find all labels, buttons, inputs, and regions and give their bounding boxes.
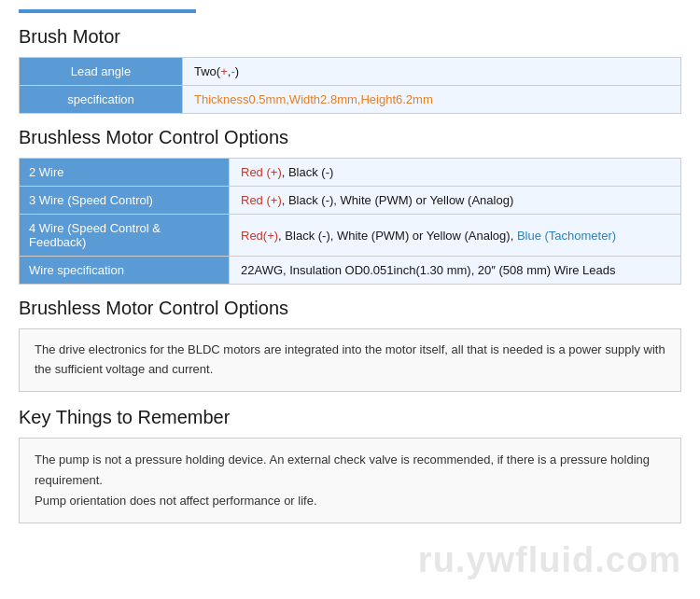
4wire-sep3: , bbox=[511, 229, 517, 243]
brushless-description-box: The drive electronics for the BLDC motor… bbox=[19, 328, 681, 392]
value-wire-spec: 22AWG, Insulation OD0.051inch(1.30 mm), … bbox=[230, 257, 681, 285]
key-things-box: The pump is not a pressure holding devic… bbox=[19, 438, 681, 523]
4wire-sep2: , bbox=[330, 229, 337, 243]
label-4wire: 4 Wire (Speed Control & Feedback) bbox=[20, 215, 230, 257]
wire-spec-text: 22AWG, Insulation OD0.051inch(1.30 mm), … bbox=[241, 263, 616, 277]
2wire-sep: , bbox=[282, 165, 288, 179]
2wire-black: Black (-) bbox=[288, 165, 333, 179]
brushless-options-table-1: 2 Wire Red (+), Black (-) 3 Wire (Speed … bbox=[19, 158, 681, 285]
label-2wire: 2 Wire bbox=[20, 159, 230, 187]
brushless-options-title-1: Brushless Motor Control Options bbox=[19, 127, 681, 148]
page-container: Brush Motor Lead angle Two(+,-) specific… bbox=[0, 0, 700, 542]
key-things-line-1: The pump is not a pressure holding devic… bbox=[35, 450, 665, 491]
3wire-sep2: , bbox=[333, 193, 340, 207]
spec-value-text: Thickness0.5mm,Width2.8mm,Height6.2mm bbox=[194, 92, 433, 106]
table-row: Lead angle Two(+,-) bbox=[20, 58, 681, 86]
2wire-red: Red (+) bbox=[241, 165, 282, 179]
table-row: specification Thickness0.5mm,Width2.8mm,… bbox=[20, 86, 681, 114]
4wire-red: Red(+) bbox=[241, 229, 278, 243]
3wire-sep1: , bbox=[282, 193, 288, 207]
value-2wire: Red (+), Black (-) bbox=[230, 159, 681, 187]
watermark: ru.ywfluid.com bbox=[418, 540, 681, 580]
value-3wire: Red (+), Black (-), White (PWM) or Yello… bbox=[230, 187, 681, 215]
3wire-red: Red (+) bbox=[241, 193, 282, 207]
4wire-blue: Blue (Tachometer) bbox=[517, 229, 616, 243]
top-decorative-bar bbox=[19, 9, 196, 13]
key-things-title: Key Things to Remember bbox=[19, 407, 681, 428]
value-4wire: Red(+), Black (-), White (PWM) or Yellow… bbox=[230, 215, 681, 257]
3wire-black: Black (-) bbox=[288, 193, 333, 207]
4wire-black: Black (-) bbox=[285, 229, 329, 243]
value-specification: Thickness0.5mm,Width2.8mm,Height6.2mm bbox=[183, 86, 681, 114]
table-row: 3 Wire (Speed Control) Red (+), Black (-… bbox=[20, 187, 681, 215]
key-things-line-2: Pump orientation does not affect perform… bbox=[35, 491, 665, 511]
value-lead-angle: Two(+,-) bbox=[183, 58, 681, 86]
brushless-options-title-2: Brushless Motor Control Options bbox=[19, 298, 681, 319]
4wire-white: White (PWM) or Yellow (Analog) bbox=[337, 229, 511, 243]
3wire-white: White (PWM) or Yellow (Analog) bbox=[341, 193, 514, 207]
table-row: Wire specification 22AWG, Insulation OD0… bbox=[20, 257, 681, 285]
brush-motor-table: Lead angle Two(+,-) specification Thickn… bbox=[19, 57, 681, 114]
table-row: 2 Wire Red (+), Black (-) bbox=[20, 159, 681, 187]
label-specification: specification bbox=[20, 86, 183, 114]
label-wire-spec: Wire specification bbox=[20, 257, 230, 285]
brush-motor-title: Brush Motor bbox=[19, 26, 681, 48]
label-lead-angle: Lead angle bbox=[20, 58, 183, 86]
lead-angle-text: Two(+,-) bbox=[194, 64, 239, 78]
table-row: 4 Wire (Speed Control & Feedback) Red(+)… bbox=[20, 215, 681, 257]
label-3wire: 3 Wire (Speed Control) bbox=[20, 187, 230, 215]
brushless-description-text: The drive electronics for the BLDC motor… bbox=[35, 342, 665, 376]
